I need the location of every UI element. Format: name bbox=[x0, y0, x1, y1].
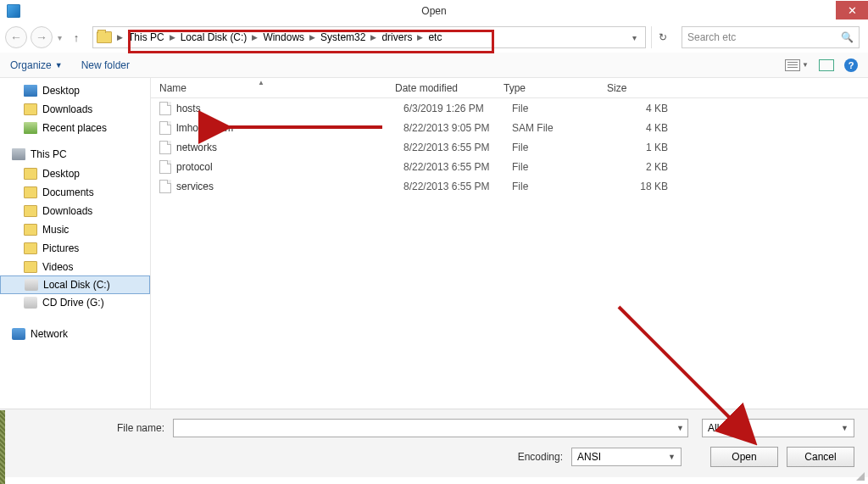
chevron-right-icon: ▶ bbox=[415, 33, 425, 42]
file-name: services bbox=[176, 181, 395, 192]
filename-input[interactable]: ▼ bbox=[173, 419, 688, 437]
address-bar[interactable]: ▶ This PC ▶ Local Disk (C:) ▶ Windows ▶ … bbox=[92, 26, 646, 48]
file-icon bbox=[159, 141, 171, 154]
network-icon bbox=[12, 328, 25, 340]
file-type: SAM File bbox=[504, 122, 607, 134]
breadcrumb-segment[interactable]: Local Disk (C:) bbox=[177, 31, 251, 43]
help-icon: ? bbox=[849, 60, 854, 70]
file-type: File bbox=[504, 142, 607, 153]
breadcrumb-segment[interactable]: Windows bbox=[259, 31, 308, 43]
cancel-button[interactable]: Cancel bbox=[787, 447, 854, 467]
tree-label: Desktop bbox=[42, 85, 80, 97]
chevron-right-icon: ▶ bbox=[308, 33, 317, 42]
chevron-right-icon: ▶ bbox=[250, 33, 259, 42]
file-type-filter[interactable]: All Files ▼ bbox=[702, 419, 854, 437]
tree-label: Recent places bbox=[42, 122, 107, 134]
tree-item-music[interactable]: Music bbox=[0, 220, 150, 239]
folder-icon bbox=[24, 205, 37, 217]
tree-label: This PC bbox=[31, 148, 67, 160]
column-headers: Name ▲ Date modified Type Size bbox=[151, 78, 868, 98]
file-size: 4 KB bbox=[607, 103, 683, 114]
file-date: 8/22/2013 6:55 PM bbox=[395, 181, 504, 192]
column-date[interactable]: Date modified bbox=[387, 82, 495, 94]
open-button[interactable]: Open bbox=[710, 447, 778, 467]
tree-label: Documents bbox=[42, 186, 94, 198]
chevron-down-icon: ▼ bbox=[802, 61, 809, 69]
file-list: Name ▲ Date modified Type Size hosts6/3/… bbox=[151, 78, 868, 409]
search-input[interactable]: Search etc 🔍 bbox=[682, 26, 860, 48]
file-row[interactable]: hosts6/3/2019 1:26 PMFile4 KB bbox=[151, 98, 868, 118]
tree-item-downloads[interactable]: Downloads bbox=[0, 100, 150, 119]
navigation-tree: Desktop Downloads Recent places This PC … bbox=[0, 78, 151, 409]
tree-group-network[interactable]: Network bbox=[0, 324, 150, 344]
file-type: File bbox=[504, 161, 607, 173]
column-size[interactable]: Size bbox=[598, 82, 675, 94]
file-size: 4 KB bbox=[607, 122, 683, 134]
column-label: Type bbox=[504, 82, 526, 94]
column-type[interactable]: Type bbox=[495, 82, 598, 94]
tree-label: CD Drive (G:) bbox=[42, 297, 104, 309]
file-size: 2 KB bbox=[607, 161, 683, 173]
nav-up-button[interactable]: ↑ bbox=[67, 28, 86, 47]
breadcrumb-segment[interactable]: System32 bbox=[317, 31, 369, 43]
file-icon bbox=[159, 160, 171, 174]
nav-row: ← → ▾ ↑ ▶ This PC ▶ Local Disk (C:) ▶ Wi… bbox=[0, 22, 868, 53]
folder-icon bbox=[24, 224, 37, 236]
arrow-right-icon: → bbox=[36, 31, 47, 44]
file-icon bbox=[159, 180, 171, 193]
tree-label: Network bbox=[31, 328, 68, 340]
title-bar: Open ✕ bbox=[0, 0, 868, 22]
file-row[interactable]: networks8/22/2013 6:55 PMFile1 KB bbox=[151, 137, 868, 157]
file-name: hosts bbox=[176, 103, 395, 114]
tree-item-downloads-pc[interactable]: Downloads bbox=[0, 202, 150, 220]
breadcrumb-segment[interactable]: etc bbox=[425, 31, 445, 43]
encoding-value: ANSI bbox=[577, 451, 601, 463]
column-label: Date modified bbox=[395, 82, 458, 94]
column-name[interactable]: Name ▲ bbox=[151, 82, 387, 94]
tree-item-documents[interactable]: Documents bbox=[0, 183, 150, 202]
preview-pane-icon bbox=[819, 59, 834, 71]
nav-back-button[interactable]: ← bbox=[5, 26, 27, 48]
file-icon bbox=[159, 102, 171, 115]
organize-menu[interactable]: Organize ▼ bbox=[10, 59, 63, 71]
refresh-button[interactable]: ↻ bbox=[651, 26, 673, 48]
breadcrumb-segment[interactable]: drivers bbox=[378, 31, 415, 43]
view-options-button[interactable]: ▼ bbox=[785, 59, 809, 71]
file-row[interactable]: services8/22/2013 6:55 PMFile18 KB bbox=[151, 176, 868, 196]
breadcrumb-segment[interactable]: This PC bbox=[125, 31, 168, 43]
tree-label: Desktop bbox=[42, 168, 80, 180]
tree-group-this-pc[interactable]: This PC bbox=[0, 144, 150, 164]
tree-item-recent-places[interactable]: Recent places bbox=[0, 119, 150, 137]
file-date: 8/22/2013 6:55 PM bbox=[395, 161, 504, 173]
chevron-right-icon: ▶ bbox=[369, 33, 378, 42]
file-type: File bbox=[504, 103, 607, 114]
nav-history-dropdown[interactable]: ▾ bbox=[56, 33, 64, 42]
folder-icon bbox=[24, 168, 37, 180]
file-name: lmhosts.sam bbox=[176, 122, 395, 134]
sort-indicator-icon: ▲ bbox=[258, 79, 264, 86]
new-folder-button[interactable]: New folder bbox=[81, 59, 130, 71]
preview-pane-button[interactable] bbox=[819, 59, 834, 71]
tree-item-videos[interactable]: Videos bbox=[0, 258, 150, 276]
column-label: Name bbox=[159, 82, 186, 94]
search-icon: 🔍 bbox=[841, 31, 854, 43]
resize-grip[interactable] bbox=[854, 470, 865, 481]
new-folder-label: New folder bbox=[81, 59, 130, 71]
tree-item-cd-drive-g[interactable]: CD Drive (G:) bbox=[0, 293, 150, 312]
tree-label: Pictures bbox=[42, 242, 79, 254]
file-date: 6/3/2019 1:26 PM bbox=[395, 103, 504, 114]
file-row[interactable]: protocol8/22/2013 6:55 PMFile2 KB bbox=[151, 157, 868, 176]
cd-drive-icon bbox=[24, 297, 37, 309]
tree-item-local-disk-c[interactable]: Local Disk (C:) bbox=[0, 275, 150, 294]
nav-forward-button[interactable]: → bbox=[31, 26, 53, 48]
tree-item-desktop-pc[interactable]: Desktop bbox=[0, 164, 150, 183]
encoding-select[interactable]: ANSI ▼ bbox=[571, 448, 682, 466]
help-button[interactable]: ? bbox=[844, 58, 858, 72]
arrow-left-icon: ← bbox=[10, 31, 22, 44]
tree-label: Downloads bbox=[42, 103, 92, 115]
tree-item-pictures[interactable]: Pictures bbox=[0, 239, 150, 258]
tree-item-desktop[interactable]: Desktop bbox=[0, 81, 150, 100]
address-dropdown[interactable]: ▾ bbox=[627, 33, 642, 42]
chevron-down-icon: ▼ bbox=[841, 424, 849, 432]
file-row[interactable]: lmhosts.sam8/22/2013 9:05 PMSAM File4 KB bbox=[151, 118, 868, 137]
